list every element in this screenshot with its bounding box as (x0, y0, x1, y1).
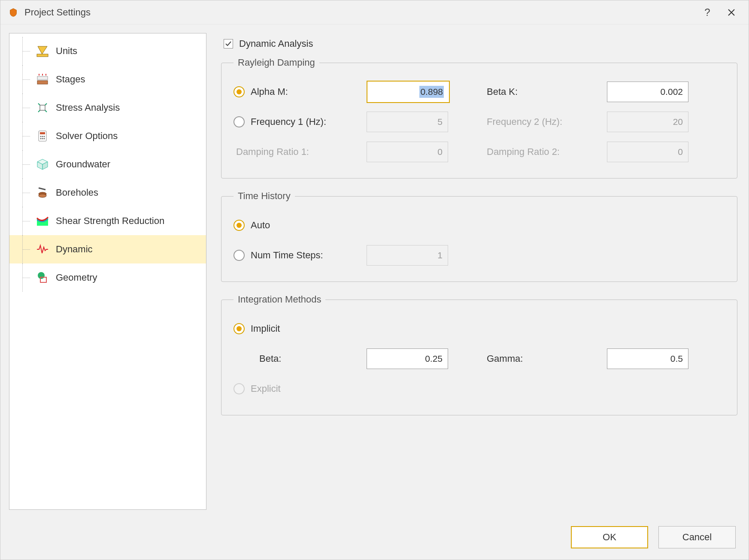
waveform-icon (35, 242, 50, 257)
explicit-label: Explicit (251, 383, 281, 394)
freq2-label-cell: Frequency 2 (Hz): (487, 116, 607, 127)
sidebar-item-label: Boreholes (56, 187, 98, 198)
damping1-label: Damping Ratio 1: (236, 146, 309, 157)
cube-water-icon (35, 157, 50, 172)
alpha-m-input[interactable]: 0.898 (367, 81, 450, 103)
sidebar-item-label: Units (56, 45, 77, 57)
dynamic-analysis-checkbox-row[interactable]: Dynamic Analysis (224, 38, 740, 49)
damping1-input (367, 142, 448, 162)
freq1-radio[interactable]: Frequency 1 (Hz): (233, 116, 367, 127)
beta-input[interactable] (367, 348, 448, 369)
sidebar-item-dynamic[interactable]: Dynamic (9, 235, 206, 263)
settings-sidebar: Units Stages Stress Analysis (9, 33, 206, 510)
alpha-m-label: Alpha M: (251, 86, 288, 97)
ssr-icon (35, 214, 50, 228)
geometry-icon (35, 270, 50, 285)
svg-point-8 (44, 136, 45, 137)
auto-label: Auto (251, 220, 270, 231)
svg-point-10 (42, 138, 43, 139)
time-history-legend: Time History (233, 191, 295, 202)
damping1-label-cell: Damping Ratio 1: (233, 146, 367, 157)
sidebar-item-label: Shear Strength Reduction (56, 215, 164, 227)
svg-point-14 (38, 272, 45, 279)
sidebar-item-units[interactable]: Units (9, 37, 206, 65)
radio-checked-icon (233, 220, 245, 231)
radio-checked-icon (233, 323, 245, 334)
dynamic-panel: Dynamic Analysis Rayleigh Damping Alpha … (218, 33, 740, 510)
svg-point-6 (40, 136, 42, 137)
close-button[interactable] (719, 0, 743, 24)
help-button[interactable]: ? (695, 0, 719, 24)
auto-radio[interactable]: Auto (233, 220, 367, 231)
borehole-icon (35, 185, 50, 200)
sidebar-item-label: Geometry (56, 272, 97, 283)
sidebar-item-label: Stages (56, 74, 85, 85)
beta-label-cell: Beta: (233, 353, 367, 364)
radio-disabled-icon (233, 383, 245, 394)
ok-button[interactable]: OK (571, 526, 648, 548)
window-title: Project Settings (24, 7, 695, 18)
sidebar-item-geometry[interactable]: Geometry (9, 263, 206, 292)
titlebar: Project Settings ? (0, 0, 749, 24)
beta-label: Beta: (259, 353, 281, 364)
ruler-icon (35, 44, 50, 58)
project-settings-dialog: Project Settings ? Units Stages (0, 0, 749, 560)
freq2-label: Frequency 2 (Hz): (487, 116, 562, 127)
implicit-radio[interactable]: Implicit (233, 323, 367, 334)
freq2-input (607, 112, 688, 132)
checkbox-checked-icon (224, 39, 233, 48)
freq1-label: Frequency 1 (Hz): (251, 116, 326, 127)
integration-legend: Integration Methods (233, 294, 325, 305)
beta-k-label-cell: Beta K: (487, 86, 607, 97)
integration-methods-group: Integration Methods Implicit Beta: (221, 294, 737, 415)
sidebar-item-label: Dynamic (56, 244, 93, 255)
cancel-button[interactable]: Cancel (658, 526, 736, 548)
svg-point-9 (40, 138, 42, 139)
alpha-m-radio[interactable]: Alpha M: (233, 86, 367, 97)
sidebar-item-boreholes[interactable]: Boreholes (9, 179, 206, 207)
time-history-group: Time History Auto Num Time Steps: (221, 191, 737, 282)
svg-rect-3 (40, 105, 45, 110)
svg-point-11 (44, 138, 45, 139)
dialog-footer: OK Cancel (0, 518, 749, 560)
dialog-body: Units Stages Stress Analysis (0, 24, 749, 518)
dynamic-analysis-label: Dynamic Analysis (239, 38, 313, 49)
svg-rect-5 (40, 132, 45, 134)
damping2-label-cell: Damping Ratio 2: (487, 146, 607, 157)
svg-point-13 (39, 194, 46, 197)
sidebar-item-groundwater[interactable]: Groundwater (9, 150, 206, 179)
sidebar-item-label: Groundwater (56, 159, 110, 170)
num-time-steps-label: Num Time Steps: (251, 250, 323, 261)
sidebar-item-ssr[interactable]: Shear Strength Reduction (9, 207, 206, 235)
num-time-steps-input (367, 245, 448, 266)
sidebar-item-stages[interactable]: Stages (9, 65, 206, 94)
damping2-input (607, 142, 688, 162)
rayleigh-legend: Rayleigh Damping (233, 57, 319, 68)
gamma-label: Gamma: (487, 353, 523, 364)
svg-rect-2 (37, 76, 48, 80)
gamma-label-cell: Gamma: (487, 353, 607, 364)
sidebar-item-label: Stress Analysis (56, 102, 120, 113)
svg-rect-0 (37, 54, 48, 57)
beta-k-label: Beta K: (487, 86, 518, 97)
implicit-label: Implicit (251, 323, 280, 334)
damping2-label: Damping Ratio 2: (487, 146, 560, 157)
radio-checked-icon (233, 86, 245, 97)
sidebar-item-solver-options[interactable]: Solver Options (9, 122, 206, 150)
gamma-input[interactable] (607, 348, 688, 369)
radio-unchecked-icon (233, 116, 245, 127)
sidebar-item-label: Solver Options (56, 130, 118, 142)
sidebar-item-stress-analysis[interactable]: Stress Analysis (9, 94, 206, 122)
calculator-icon (35, 129, 50, 143)
stages-icon (35, 72, 50, 87)
radio-unchecked-icon (233, 250, 245, 261)
beta-k-input[interactable] (607, 82, 688, 102)
svg-point-7 (42, 136, 43, 137)
svg-rect-1 (37, 81, 48, 84)
app-icon (8, 7, 18, 18)
num-time-steps-radio[interactable]: Num Time Steps: (233, 250, 367, 261)
explicit-radio: Explicit (233, 383, 367, 394)
freq1-input (367, 112, 448, 132)
stress-icon (35, 100, 50, 115)
rayleigh-damping-group: Rayleigh Damping Alpha M: 0.898 Beta K: (221, 57, 737, 179)
